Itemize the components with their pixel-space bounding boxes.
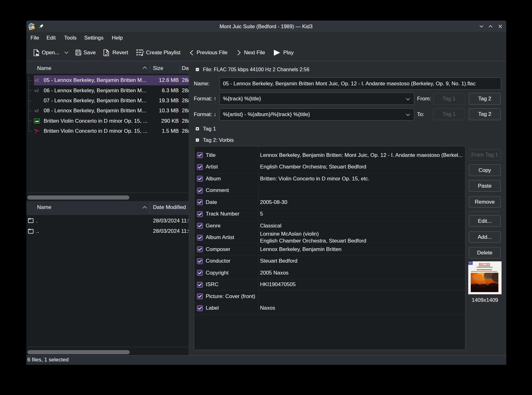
svg-text:BRITTEN: BRITTEN — [479, 263, 490, 265]
svg-text:8.5572: 8.5572 — [469, 263, 472, 264]
